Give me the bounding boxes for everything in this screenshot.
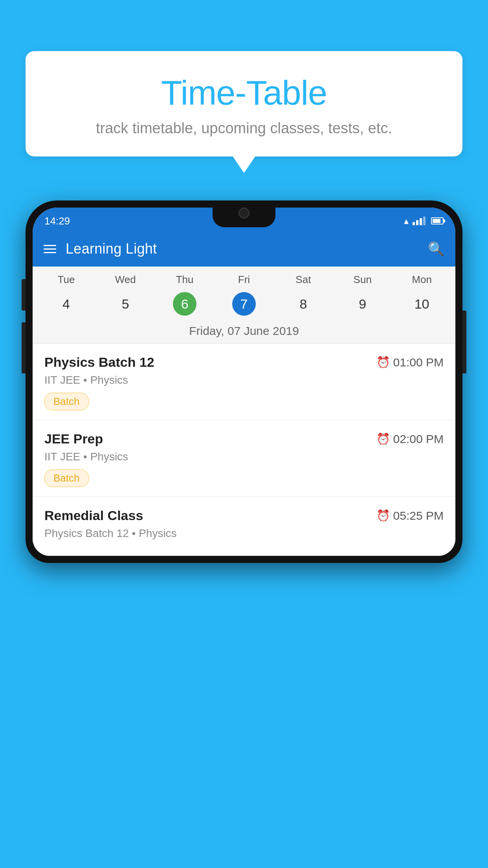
class-name-2: JEE Prep xyxy=(44,431,103,447)
days-header: Tue Wed Thu Fri Sat Sun Mon xyxy=(33,267,455,289)
phone-button-right xyxy=(462,311,466,373)
day-sun: Sun xyxy=(333,274,392,286)
battery-icon xyxy=(431,217,444,224)
date-8[interactable]: 8 xyxy=(273,291,333,317)
phone-button-left xyxy=(22,279,26,311)
dates-row: 4 5 6 7 8 9 xyxy=(33,289,455,322)
speech-bubble-section: Time-Table track timetable, upcoming cla… xyxy=(26,51,462,156)
status-time: 14:29 xyxy=(44,215,70,227)
phone-screen: 14:29 ▴ xyxy=(33,208,455,556)
class-time-3: ⏰ 05:25 PM xyxy=(376,509,444,522)
class-time-value-2: 02:00 PM xyxy=(393,432,444,446)
speech-bubble: Time-Table track timetable, upcoming cla… xyxy=(26,51,462,156)
class-time-value-1: 01:00 PM xyxy=(393,356,444,369)
signal-bars-icon xyxy=(413,217,426,225)
app-title: Learning Light xyxy=(66,241,418,257)
phone-button-vol xyxy=(22,322,26,373)
app-bar: Learning Light 🔍 xyxy=(33,231,455,267)
class-name-1: Physics Batch 12 xyxy=(44,355,154,370)
day-tue: Tue xyxy=(37,274,96,286)
date-5[interactable]: 5 xyxy=(96,291,155,317)
bubble-title: Time-Table xyxy=(41,73,447,113)
class-meta-2: IIT JEE • Physics xyxy=(44,451,444,463)
class-header-2: JEE Prep ⏰ 02:00 PM xyxy=(44,431,444,447)
class-time-1: ⏰ 01:00 PM xyxy=(376,356,444,369)
status-icons: ▴ xyxy=(404,215,444,226)
class-meta-1: IIT JEE • Physics xyxy=(44,374,444,386)
class-name-3: Remedial Class xyxy=(44,508,143,523)
date-6-today[interactable]: 6 xyxy=(155,291,215,317)
class-time-2: ⏰ 02:00 PM xyxy=(376,432,444,446)
date-4[interactable]: 4 xyxy=(37,291,96,317)
day-sat: Sat xyxy=(273,274,333,286)
hamburger-menu-icon[interactable] xyxy=(44,245,56,253)
search-icon[interactable]: 🔍 xyxy=(428,241,444,257)
class-item-remedial[interactable]: Remedial Class ⏰ 05:25 PM Physics Batch … xyxy=(33,497,455,556)
class-meta-3: Physics Batch 12 • Physics xyxy=(44,527,444,540)
selected-date-label: Friday, 07 June 2019 xyxy=(33,322,455,344)
clock-icon-1: ⏰ xyxy=(376,356,390,369)
class-item-jee-prep[interactable]: JEE Prep ⏰ 02:00 PM IIT JEE • Physics Ba… xyxy=(33,420,455,497)
date-9[interactable]: 9 xyxy=(333,291,392,317)
class-time-value-3: 05:25 PM xyxy=(393,509,444,522)
day-wed: Wed xyxy=(96,274,155,286)
batch-tag-2: Batch xyxy=(44,469,89,487)
calendar-section: Tue Wed Thu Fri Sat Sun Mon 4 5 xyxy=(33,267,455,344)
class-header-1: Physics Batch 12 ⏰ 01:00 PM xyxy=(44,355,444,370)
date-7-selected[interactable]: 7 xyxy=(215,291,274,317)
class-item-physics-batch-12[interactable]: Physics Batch 12 ⏰ 01:00 PM IIT JEE • Ph… xyxy=(33,344,455,420)
phone-outer: 14:29 ▴ xyxy=(26,200,462,563)
day-fri: Fri xyxy=(215,274,274,286)
date-10[interactable]: 10 xyxy=(392,291,451,317)
bubble-subtitle: track timetable, upcoming classes, tests… xyxy=(41,120,447,137)
clock-icon-2: ⏰ xyxy=(376,432,390,445)
batch-tag-1: Batch xyxy=(44,393,89,410)
class-header-3: Remedial Class ⏰ 05:25 PM xyxy=(44,508,444,523)
phone-camera xyxy=(238,208,250,219)
wifi-icon: ▴ xyxy=(404,215,409,226)
clock-icon-3: ⏰ xyxy=(376,509,390,522)
phone-frame: 14:29 ▴ xyxy=(26,200,462,868)
day-mon: Mon xyxy=(392,274,451,286)
day-thu: Thu xyxy=(155,274,215,286)
class-list: Physics Batch 12 ⏰ 01:00 PM IIT JEE • Ph… xyxy=(33,344,455,556)
